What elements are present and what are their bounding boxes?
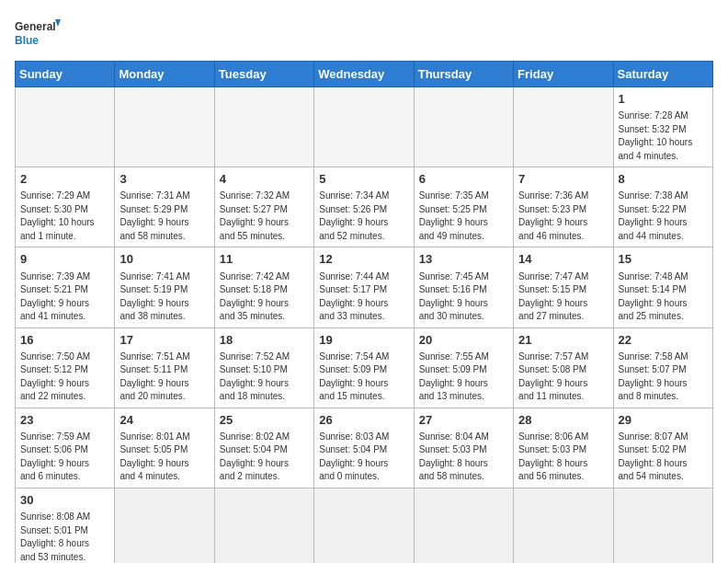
logo: General Blue bbox=[15, 15, 61, 52]
calendar-cell bbox=[214, 488, 313, 563]
day-info: Sunrise: 8:07 AM Sunset: 5:02 PM Dayligh… bbox=[619, 431, 708, 484]
calendar-week-1: 1Sunrise: 7:28 AM Sunset: 5:32 PM Daylig… bbox=[16, 87, 713, 167]
calendar-cell: 30Sunrise: 8:08 AM Sunset: 5:01 PM Dayli… bbox=[16, 488, 115, 563]
calendar-week-5: 23Sunrise: 7:59 AM Sunset: 5:06 PM Dayli… bbox=[16, 408, 713, 488]
calendar-cell bbox=[214, 87, 313, 167]
day-number: 21 bbox=[518, 332, 608, 349]
day-info: Sunrise: 7:57 AM Sunset: 5:08 PM Dayligh… bbox=[518, 350, 608, 404]
calendar-cell: 20Sunrise: 7:55 AM Sunset: 5:09 PM Dayli… bbox=[414, 327, 513, 408]
day-info: Sunrise: 7:39 AM Sunset: 5:21 PM Dayligh… bbox=[20, 270, 109, 324]
calendar-cell bbox=[514, 87, 613, 167]
day-number: 10 bbox=[119, 251, 209, 268]
calendar-cell: 28Sunrise: 8:06 AM Sunset: 5:03 PM Dayli… bbox=[514, 408, 613, 488]
calendar-cell: 26Sunrise: 8:03 AM Sunset: 5:04 PM Dayli… bbox=[314, 408, 414, 488]
day-info: Sunrise: 7:42 AM Sunset: 5:18 PM Dayligh… bbox=[220, 270, 309, 324]
day-info: Sunrise: 7:31 AM Sunset: 5:29 PM Dayligh… bbox=[119, 190, 209, 243]
day-info: Sunrise: 8:02 AM Sunset: 5:04 PM Dayligh… bbox=[220, 431, 309, 484]
day-info: Sunrise: 7:34 AM Sunset: 5:26 PM Dayligh… bbox=[319, 190, 408, 243]
calendar-week-2: 2Sunrise: 7:29 AM Sunset: 5:30 PM Daylig… bbox=[16, 167, 713, 247]
day-info: Sunrise: 8:08 AM Sunset: 5:01 PM Dayligh… bbox=[20, 511, 109, 563]
day-number: 3 bbox=[119, 171, 209, 188]
day-number: 1 bbox=[619, 91, 708, 108]
day-number: 30 bbox=[20, 492, 109, 509]
day-number: 6 bbox=[419, 171, 508, 188]
calendar-cell: 25Sunrise: 8:02 AM Sunset: 5:04 PM Dayli… bbox=[214, 408, 313, 488]
calendar-cell bbox=[613, 488, 712, 563]
calendar-cell: 3Sunrise: 7:31 AM Sunset: 5:29 PM Daylig… bbox=[115, 167, 214, 247]
calendar-cell bbox=[414, 488, 513, 563]
calendar-table: SundayMondayTuesdayWednesdayThursdayFrid… bbox=[15, 61, 713, 563]
day-info: Sunrise: 7:47 AM Sunset: 5:15 PM Dayligh… bbox=[518, 270, 608, 324]
day-number: 8 bbox=[619, 171, 708, 188]
calendar-week-4: 16Sunrise: 7:50 AM Sunset: 5:12 PM Dayli… bbox=[16, 327, 713, 408]
calendar-cell: 2Sunrise: 7:29 AM Sunset: 5:30 PM Daylig… bbox=[16, 167, 115, 247]
calendar-cell: 14Sunrise: 7:47 AM Sunset: 5:15 PM Dayli… bbox=[514, 247, 613, 327]
calendar-cell bbox=[314, 87, 414, 167]
calendar-cell: 9Sunrise: 7:39 AM Sunset: 5:21 PM Daylig… bbox=[16, 247, 115, 327]
day-info: Sunrise: 7:59 AM Sunset: 5:06 PM Dayligh… bbox=[20, 431, 109, 484]
weekday-header-friday: Friday bbox=[514, 62, 613, 87]
day-number: 15 bbox=[619, 251, 708, 268]
calendar-cell bbox=[314, 488, 414, 563]
calendar-cell: 13Sunrise: 7:45 AM Sunset: 5:16 PM Dayli… bbox=[414, 247, 513, 327]
weekday-header-monday: Monday bbox=[115, 62, 214, 87]
day-number: 22 bbox=[619, 332, 708, 349]
weekday-header-tuesday: Tuesday bbox=[214, 62, 313, 87]
calendar-cell: 10Sunrise: 7:41 AM Sunset: 5:19 PM Dayli… bbox=[115, 247, 214, 327]
calendar-cell: 16Sunrise: 7:50 AM Sunset: 5:12 PM Dayli… bbox=[16, 327, 115, 408]
day-number: 28 bbox=[518, 412, 608, 429]
day-number: 29 bbox=[619, 412, 708, 429]
generalblue-logo-icon: General Blue bbox=[15, 15, 61, 52]
day-info: Sunrise: 8:06 AM Sunset: 5:03 PM Dayligh… bbox=[518, 431, 608, 484]
day-number: 24 bbox=[119, 412, 209, 429]
calendar-cell bbox=[115, 488, 214, 563]
day-info: Sunrise: 8:03 AM Sunset: 5:04 PM Dayligh… bbox=[319, 431, 408, 484]
day-number: 4 bbox=[220, 171, 309, 188]
weekday-header-row: SundayMondayTuesdayWednesdayThursdayFrid… bbox=[16, 62, 713, 87]
day-number: 2 bbox=[20, 171, 109, 188]
day-number: 12 bbox=[319, 251, 408, 268]
day-info: Sunrise: 7:35 AM Sunset: 5:25 PM Dayligh… bbox=[419, 190, 508, 243]
calendar-week-3: 9Sunrise: 7:39 AM Sunset: 5:21 PM Daylig… bbox=[16, 247, 713, 327]
calendar-cell bbox=[16, 87, 115, 167]
day-info: Sunrise: 7:51 AM Sunset: 5:11 PM Dayligh… bbox=[119, 350, 209, 404]
svg-text:Blue: Blue bbox=[15, 34, 39, 47]
calendar-cell: 18Sunrise: 7:52 AM Sunset: 5:10 PM Dayli… bbox=[214, 327, 313, 408]
calendar-cell bbox=[115, 87, 214, 167]
day-info: Sunrise: 7:48 AM Sunset: 5:14 PM Dayligh… bbox=[619, 270, 708, 324]
calendar-cell: 23Sunrise: 7:59 AM Sunset: 5:06 PM Dayli… bbox=[16, 408, 115, 488]
day-number: 18 bbox=[220, 332, 309, 349]
day-info: Sunrise: 8:01 AM Sunset: 5:05 PM Dayligh… bbox=[119, 431, 209, 484]
day-number: 27 bbox=[419, 412, 508, 429]
day-info: Sunrise: 8:04 AM Sunset: 5:03 PM Dayligh… bbox=[419, 431, 508, 484]
calendar-cell: 17Sunrise: 7:51 AM Sunset: 5:11 PM Dayli… bbox=[115, 327, 214, 408]
day-number: 5 bbox=[319, 171, 408, 188]
day-number: 25 bbox=[220, 412, 309, 429]
day-info: Sunrise: 7:50 AM Sunset: 5:12 PM Dayligh… bbox=[20, 350, 109, 404]
calendar-cell: 5Sunrise: 7:34 AM Sunset: 5:26 PM Daylig… bbox=[314, 167, 414, 247]
day-info: Sunrise: 7:38 AM Sunset: 5:22 PM Dayligh… bbox=[619, 190, 708, 243]
calendar-cell bbox=[414, 87, 513, 167]
day-info: Sunrise: 7:55 AM Sunset: 5:09 PM Dayligh… bbox=[419, 350, 508, 404]
day-number: 26 bbox=[319, 412, 408, 429]
day-info: Sunrise: 7:52 AM Sunset: 5:10 PM Dayligh… bbox=[220, 350, 309, 404]
day-number: 19 bbox=[319, 332, 408, 349]
calendar-cell: 29Sunrise: 8:07 AM Sunset: 5:02 PM Dayli… bbox=[613, 408, 712, 488]
day-info: Sunrise: 7:29 AM Sunset: 5:30 PM Dayligh… bbox=[20, 190, 109, 243]
day-info: Sunrise: 7:58 AM Sunset: 5:07 PM Dayligh… bbox=[619, 350, 708, 404]
day-number: 11 bbox=[220, 251, 309, 268]
svg-marker-2 bbox=[55, 19, 61, 27]
day-info: Sunrise: 7:44 AM Sunset: 5:17 PM Dayligh… bbox=[319, 270, 408, 324]
day-info: Sunrise: 7:54 AM Sunset: 5:09 PM Dayligh… bbox=[319, 350, 408, 404]
weekday-header-wednesday: Wednesday bbox=[314, 62, 414, 87]
day-info: Sunrise: 7:36 AM Sunset: 5:23 PM Dayligh… bbox=[518, 190, 608, 243]
calendar-cell: 7Sunrise: 7:36 AM Sunset: 5:23 PM Daylig… bbox=[514, 167, 613, 247]
weekday-header-thursday: Thursday bbox=[414, 62, 513, 87]
page-header: General Blue bbox=[15, 15, 713, 52]
calendar-week-6: 30Sunrise: 8:08 AM Sunset: 5:01 PM Dayli… bbox=[16, 488, 713, 563]
day-number: 17 bbox=[119, 332, 209, 349]
calendar-cell: 1Sunrise: 7:28 AM Sunset: 5:32 PM Daylig… bbox=[613, 87, 712, 167]
calendar-cell: 15Sunrise: 7:48 AM Sunset: 5:14 PM Dayli… bbox=[613, 247, 712, 327]
day-number: 9 bbox=[20, 251, 109, 268]
calendar-cell: 19Sunrise: 7:54 AM Sunset: 5:09 PM Dayli… bbox=[314, 327, 414, 408]
